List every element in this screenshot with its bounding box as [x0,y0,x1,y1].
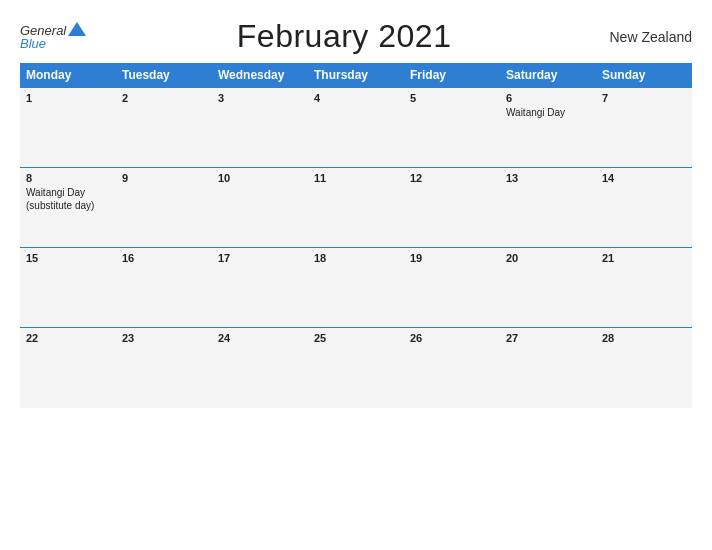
weekday-header-tuesday: Tuesday [116,63,212,88]
calendar-header: General Blue February 2021 New Zealand [20,18,692,55]
calendar-cell: 26 [404,328,500,408]
calendar-row-1: 123456Waitangi Day7 [20,88,692,168]
day-event: Waitangi Day (substitute day) [26,187,94,211]
calendar-cell: 25 [308,328,404,408]
day-number: 7 [602,92,686,104]
day-number: 26 [410,332,494,344]
calendar-table: MondayTuesdayWednesdayThursdayFridaySatu… [20,63,692,408]
day-number: 18 [314,252,398,264]
weekday-header-saturday: Saturday [500,63,596,88]
country-label: New Zealand [602,29,692,45]
calendar-cell: 7 [596,88,692,168]
calendar-cell: 17 [212,248,308,328]
calendar-cell: 20 [500,248,596,328]
day-number: 12 [410,172,494,184]
calendar-cell: 14 [596,168,692,248]
calendar-cell: 18 [308,248,404,328]
calendar-cell: 15 [20,248,116,328]
day-number: 3 [218,92,302,104]
day-number: 15 [26,252,110,264]
day-number: 8 [26,172,110,184]
calendar-cell: 19 [404,248,500,328]
weekday-header-row: MondayTuesdayWednesdayThursdayFridaySatu… [20,63,692,88]
weekday-header-wednesday: Wednesday [212,63,308,88]
logo: General Blue [20,24,86,50]
calendar-cell: 8Waitangi Day (substitute day) [20,168,116,248]
day-number: 16 [122,252,206,264]
calendar-cell: 16 [116,248,212,328]
weekday-header-monday: Monday [20,63,116,88]
calendar-cell: 4 [308,88,404,168]
day-number: 11 [314,172,398,184]
calendar-row-2: 8Waitangi Day (substitute day)9101112131… [20,168,692,248]
day-number: 2 [122,92,206,104]
logo-general-text: General [20,24,66,37]
day-number: 17 [218,252,302,264]
calendar-cell: 24 [212,328,308,408]
calendar-cell: 12 [404,168,500,248]
day-number: 28 [602,332,686,344]
calendar-cell: 3 [212,88,308,168]
day-number: 9 [122,172,206,184]
day-number: 1 [26,92,110,104]
calendar-cell: 10 [212,168,308,248]
calendar-cell: 2 [116,88,212,168]
calendar-cell: 23 [116,328,212,408]
day-number: 10 [218,172,302,184]
calendar-cell: 28 [596,328,692,408]
day-number: 19 [410,252,494,264]
calendar-cell: 1 [20,88,116,168]
day-number: 25 [314,332,398,344]
day-number: 22 [26,332,110,344]
calendar-cell: 11 [308,168,404,248]
day-number: 14 [602,172,686,184]
calendar-cell: 5 [404,88,500,168]
calendar-cell: 9 [116,168,212,248]
day-number: 13 [506,172,590,184]
day-number: 27 [506,332,590,344]
calendar-cell: 27 [500,328,596,408]
day-number: 23 [122,332,206,344]
logo-triangle-icon [68,22,86,36]
weekday-header-thursday: Thursday [308,63,404,88]
weekday-header-sunday: Sunday [596,63,692,88]
calendar-cell: 21 [596,248,692,328]
day-number: 5 [410,92,494,104]
day-number: 24 [218,332,302,344]
day-number: 4 [314,92,398,104]
calendar-row-4: 22232425262728 [20,328,692,408]
weekday-header-friday: Friday [404,63,500,88]
calendar-cell: 13 [500,168,596,248]
calendar-page: General Blue February 2021 New Zealand M… [0,0,712,550]
calendar-row-3: 15161718192021 [20,248,692,328]
day-number: 21 [602,252,686,264]
calendar-title: February 2021 [86,18,602,55]
logo-blue-text: Blue [20,37,86,50]
day-event: Waitangi Day [506,107,565,118]
day-number: 6 [506,92,590,104]
calendar-cell: 22 [20,328,116,408]
calendar-cell: 6Waitangi Day [500,88,596,168]
day-number: 20 [506,252,590,264]
